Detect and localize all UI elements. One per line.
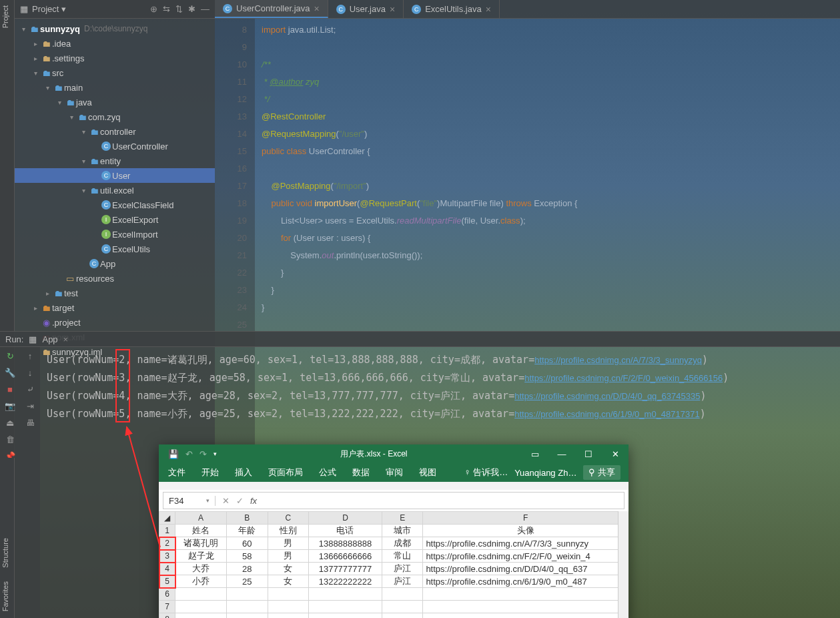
tree-item-excelclassfield[interactable]: CExcelClassField — [15, 198, 215, 212]
cell[interactable]: 电话 — [309, 525, 382, 537]
tree-item-entity[interactable]: ▾🖿entity — [15, 153, 215, 168]
tab-close-icon[interactable]: × — [486, 4, 491, 15]
expand-icon[interactable]: ⇆ — [163, 4, 170, 14]
tree-item-java[interactable]: ▾🖿java — [15, 95, 215, 109]
cell[interactable]: 25 — [227, 575, 268, 588]
cell[interactable]: 城市 — [382, 525, 423, 537]
ribbon-tab-插入[interactable]: 插入 — [234, 464, 254, 481]
tab-user-java[interactable]: CUser.java× — [328, 0, 404, 18]
cell[interactable] — [382, 588, 423, 601]
cell[interactable]: https://profile.csdnimg.cn/F/2/F/0_weixi… — [423, 550, 628, 563]
row-header-4[interactable]: 4 — [159, 563, 175, 575]
excel-scrollbar[interactable] — [618, 511, 628, 618]
cell[interactable]: 赵子龙 — [175, 550, 227, 563]
maximize-icon[interactable]: ☐ — [575, 449, 602, 459]
excel-grid[interactable]: ◢ABCDEF1姓名年龄性别电话城市头像2诸葛孔明60男13888888888成… — [159, 511, 628, 618]
project-tool-tab[interactable]: Project — [0, 0, 14, 33]
cell[interactable]: 女 — [268, 563, 309, 575]
tree-item-sunnyzyq[interactable]: ▾🖿sunnyzyqD:\code\sunnyzyq — [15, 21, 215, 36]
collapse-icon[interactable]: ⇅ — [175, 4, 183, 14]
tree-item--idea[interactable]: ▸🖿.idea — [15, 36, 215, 51]
scroll-icon[interactable]: ⇥ — [27, 401, 34, 411]
user-label[interactable]: Yuanqiang Zh… — [514, 468, 576, 478]
cell[interactable]: 13888888888 — [309, 537, 382, 550]
stop-icon[interactable]: ■ — [7, 384, 13, 394]
structure-tool-tab[interactable]: Structure — [0, 531, 14, 575]
tree-item-controller[interactable]: ▾🖿controller — [15, 124, 215, 139]
cell[interactable] — [423, 601, 628, 613]
locate-icon[interactable]: ⊕ — [150, 4, 157, 14]
minimize-icon[interactable]: — — [548, 449, 575, 459]
col-header-E[interactable]: E — [382, 512, 423, 525]
camera-icon[interactable]: 📷 — [5, 401, 15, 411]
cell[interactable]: 头像 — [423, 525, 628, 537]
wrap-icon[interactable]: ⤶ — [27, 384, 34, 394]
down-icon[interactable]: ↓ — [28, 368, 33, 378]
fx-ok-icon[interactable]: ✓ — [236, 496, 244, 506]
cell[interactable] — [309, 588, 382, 601]
cell[interactable] — [382, 613, 423, 619]
redo-icon[interactable]: ↷ — [199, 449, 207, 459]
col-header-B[interactable]: B — [227, 512, 268, 525]
tree-arrow-icon[interactable]: ▸ — [31, 40, 40, 47]
tree-item-src[interactable]: ▾🖿src — [15, 65, 215, 80]
share-button[interactable]: ⚲ 共享 — [583, 465, 620, 480]
ribbon-tab-数据[interactable]: 数据 — [351, 464, 371, 481]
cell[interactable] — [423, 588, 628, 601]
ribbon-tab-审阅[interactable]: 审阅 — [384, 464, 404, 481]
run-tab-close[interactable]: × — [63, 334, 69, 344]
tab-close-icon[interactable]: × — [390, 4, 395, 15]
col-header-C[interactable]: C — [268, 512, 309, 525]
tellme[interactable]: ♀ 告诉我… — [464, 467, 508, 479]
row-header-6[interactable]: 6 — [159, 588, 175, 601]
cell[interactable]: 28 — [227, 563, 268, 575]
cell[interactable]: 性别 — [268, 525, 309, 537]
undo-icon[interactable]: ↶ — [185, 449, 193, 459]
tree-item-target[interactable]: ▸🖿target — [15, 300, 215, 315]
tree-item-usercontroller[interactable]: CUserController — [15, 139, 215, 153]
cell[interactable]: 小乔 — [175, 575, 227, 588]
cell[interactable]: 60 — [227, 537, 268, 550]
tree-item-user[interactable]: CUser — [15, 168, 215, 183]
cell[interactable]: 常山 — [382, 550, 423, 563]
ribbon-tab-视图[interactable]: 视图 — [418, 464, 438, 481]
tree-item-excelimport[interactable]: IExcelImport — [15, 227, 215, 242]
tree-arrow-icon[interactable]: ▾ — [55, 99, 64, 106]
cell[interactable]: https://profile.csdnimg.cn/D/D/4/0_qq_63… — [423, 563, 628, 575]
cell[interactable] — [268, 601, 309, 613]
cell[interactable]: 年龄 — [227, 525, 268, 537]
tree-arrow-icon[interactable]: ▸ — [31, 55, 40, 62]
cell[interactable] — [309, 613, 382, 619]
tree-arrow-icon[interactable]: ▸ — [31, 304, 40, 312]
cell[interactable]: 男 — [268, 537, 309, 550]
tree-item-app[interactable]: CApp — [15, 256, 215, 271]
ribbon-tab-公式[interactable]: 公式 — [318, 464, 338, 481]
cell[interactable] — [423, 613, 628, 619]
cell[interactable]: 庐江 — [382, 563, 423, 575]
console-link[interactable]: https://profile.csdnimg.cn/6/1/9/0_m0_48… — [514, 409, 700, 419]
console-output[interactable]: User(rowNum=2, name=诸葛孔明, age=60, sex=1,… — [40, 347, 840, 427]
tab-usercontroller-java[interactable]: CUserController.java× — [215, 0, 328, 18]
tree-item-resources[interactable]: ▭resources — [15, 271, 215, 286]
tree-item-main[interactable]: ▾🖿main — [15, 80, 215, 95]
cell[interactable]: 男 — [268, 550, 309, 563]
cell[interactable] — [268, 613, 309, 619]
print-icon[interactable]: 🖶 — [26, 418, 35, 428]
col-header-D[interactable]: D — [309, 512, 382, 525]
cell[interactable]: 成都 — [382, 537, 423, 550]
ribbon-opts-icon[interactable]: ▭ — [522, 449, 548, 459]
settings-icon[interactable]: ✱ — [188, 4, 195, 14]
tree-arrow-icon[interactable]: ▾ — [67, 113, 76, 121]
tree-item-com-zyq[interactable]: ▾🖿com.zyq — [15, 109, 215, 124]
tree-item-excelutils[interactable]: CExcelUtils — [15, 242, 215, 256]
cell[interactable]: 13222222222 — [309, 575, 382, 588]
cell[interactable]: 庐江 — [382, 575, 423, 588]
cell[interactable] — [175, 613, 227, 619]
up-icon[interactable]: ↑ — [28, 351, 33, 361]
row-header-8[interactable]: 8 — [159, 613, 175, 619]
tree-arrow-icon[interactable]: ▾ — [79, 158, 88, 165]
debug-icon[interactable]: 🔧 — [5, 368, 15, 378]
row-header-7[interactable]: 7 — [159, 601, 175, 613]
tree-item--settings[interactable]: ▸🖿.settings — [15, 51, 215, 65]
excel-titlebar[interactable]: 💾 ↶ ↷ ▾ 用户表.xlsx - Excel ▭ — ☐ ✕ — [159, 444, 628, 463]
